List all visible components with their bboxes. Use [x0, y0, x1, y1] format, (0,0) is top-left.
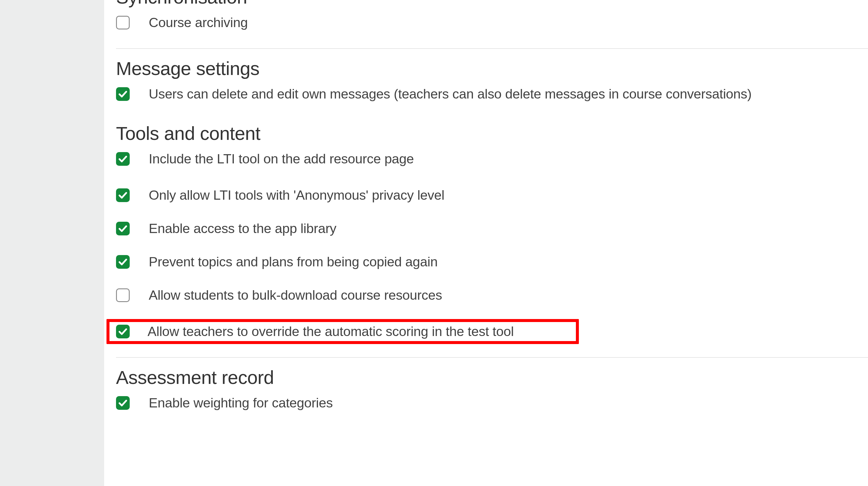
checkbox-prevent-copy[interactable]: [116, 255, 130, 269]
checkbox-lti-include[interactable]: [116, 152, 130, 166]
option-course-archiving[interactable]: Course archiving: [116, 13, 868, 42]
option-app-library[interactable]: Enable access to the app library: [116, 212, 868, 245]
label-course-archiving: Course archiving: [149, 15, 248, 30]
checkbox-bulk-download[interactable]: [116, 288, 130, 302]
label-lti-anonymous: Only allow LTI tools with 'Anonymous' pr…: [149, 187, 444, 203]
section-title-synchronisation: Synchronisation: [116, 0, 868, 13]
section-synchronisation: Synchronisation Course archiving: [104, 0, 868, 49]
checkbox-override-scoring[interactable]: [116, 325, 130, 338]
option-bulk-download[interactable]: Allow students to bulk-download course r…: [116, 279, 868, 312]
checkbox-lti-anonymous[interactable]: [116, 188, 130, 202]
section-title-message-settings: Message settings: [116, 49, 868, 85]
settings-page: Synchronisation Course archiving Message…: [0, 0, 868, 486]
option-lti-include[interactable]: Include the LTI tool on the add resource…: [116, 149, 868, 179]
option-override-scoring-row: Allow teachers to override the automatic…: [116, 312, 868, 351]
label-prevent-copy: Prevent topics and plans from being copi…: [149, 254, 438, 270]
option-prevent-copy[interactable]: Prevent topics and plans from being copi…: [116, 245, 868, 279]
option-enable-weighting[interactable]: Enable weighting for categories: [116, 393, 868, 423]
section-title-tools-content: Tools and content: [116, 114, 868, 149]
label-enable-weighting: Enable weighting for categories: [149, 395, 333, 411]
check-icon: [118, 190, 128, 200]
label-app-library: Enable access to the app library: [149, 221, 336, 236]
check-icon: [118, 398, 128, 408]
section-tools-content: Tools and content Include the LTI tool o…: [104, 114, 868, 358]
section-message-settings: Message settings Users can delete and ed…: [104, 49, 868, 114]
label-bulk-download: Allow students to bulk-download course r…: [149, 287, 442, 303]
label-users-delete-edit: Users can delete and edit own messages (…: [149, 86, 752, 102]
checkbox-course-archiving[interactable]: [116, 16, 130, 29]
label-lti-include: Include the LTI tool on the add resource…: [149, 151, 414, 167]
option-lti-anonymous[interactable]: Only allow LTI tools with 'Anonymous' pr…: [116, 179, 868, 212]
checkbox-app-library[interactable]: [116, 222, 130, 235]
check-icon: [118, 327, 128, 337]
check-icon: [118, 223, 128, 234]
section-assessment-record: Assessment record Enable weighting for c…: [104, 358, 868, 423]
check-icon: [118, 89, 128, 99]
check-icon: [118, 154, 128, 164]
content-panel: Synchronisation Course archiving Message…: [104, 0, 868, 486]
section-title-assessment-record: Assessment record: [116, 358, 868, 393]
label-override-scoring: Allow teachers to override the automatic…: [148, 324, 514, 339]
option-users-delete-edit[interactable]: Users can delete and edit own messages (…: [116, 85, 868, 114]
check-icon: [118, 257, 128, 267]
checkbox-enable-weighting[interactable]: [116, 396, 130, 410]
checkbox-users-delete-edit[interactable]: [116, 87, 130, 101]
highlight-override-scoring: Allow teachers to override the automatic…: [106, 319, 579, 344]
